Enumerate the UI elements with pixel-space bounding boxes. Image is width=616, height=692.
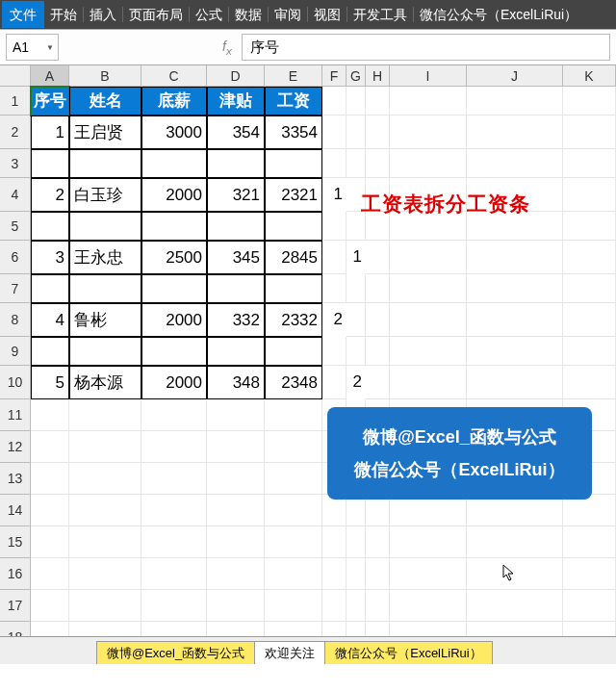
cell[interactable]: [69, 399, 141, 431]
cell[interactable]: [467, 115, 563, 149]
cell[interactable]: [265, 274, 322, 303]
cell[interactable]: [322, 337, 346, 366]
cell[interactable]: 5: [31, 366, 69, 399]
menu-tab[interactable]: 开始: [44, 1, 83, 28]
cell[interactable]: [366, 115, 390, 149]
cell[interactable]: [31, 463, 69, 495]
cell[interactable]: [563, 115, 616, 149]
cell[interactable]: [141, 274, 207, 303]
cell[interactable]: [69, 149, 141, 178]
cell[interactable]: [467, 366, 563, 399]
row-header[interactable]: 16: [0, 558, 31, 590]
column-header[interactable]: D: [207, 65, 265, 87]
cell[interactable]: [69, 212, 141, 241]
cell[interactable]: 321: [207, 178, 265, 212]
cell[interactable]: [322, 366, 346, 399]
cell[interactable]: [467, 303, 563, 337]
cell[interactable]: [467, 149, 563, 178]
cell[interactable]: [322, 241, 346, 274]
cell[interactable]: [563, 212, 616, 241]
cell[interactable]: [563, 149, 616, 178]
cell[interactable]: [322, 149, 346, 178]
cell[interactable]: 工资: [265, 87, 322, 115]
cell[interactable]: 王启贤: [69, 115, 141, 149]
cell[interactable]: [390, 337, 467, 366]
cell[interactable]: [141, 463, 207, 495]
sheet-tab[interactable]: 欢迎关注: [254, 641, 325, 664]
cell[interactable]: [346, 115, 366, 149]
cell[interactable]: [207, 463, 265, 495]
cell[interactable]: [467, 87, 563, 115]
cell[interactable]: 2000: [141, 303, 207, 337]
cell[interactable]: [390, 526, 467, 558]
cell[interactable]: 序号: [31, 87, 69, 115]
cell[interactable]: [467, 590, 563, 622]
cell[interactable]: [31, 337, 69, 366]
cell[interactable]: 鲁彬: [69, 303, 141, 337]
cell[interactable]: [69, 274, 141, 303]
cell[interactable]: [563, 526, 616, 558]
cell[interactable]: [31, 212, 69, 241]
cell[interactable]: [207, 399, 265, 431]
cell[interactable]: [346, 590, 366, 622]
cell[interactable]: [141, 590, 207, 622]
cell[interactable]: [265, 149, 322, 178]
cell[interactable]: [366, 149, 390, 178]
cell[interactable]: [563, 558, 616, 590]
cell[interactable]: 2500: [141, 241, 207, 274]
menu-tab[interactable]: 公式: [190, 1, 228, 28]
cell[interactable]: [346, 303, 366, 337]
cell[interactable]: 2000: [141, 366, 207, 399]
cell[interactable]: [322, 115, 346, 149]
cell[interactable]: 2845: [265, 241, 322, 274]
cell[interactable]: [563, 241, 616, 274]
cell[interactable]: [207, 526, 265, 558]
cell[interactable]: [207, 495, 265, 526]
cell[interactable]: [265, 337, 322, 366]
cell[interactable]: [563, 337, 616, 366]
cell[interactable]: 1: [31, 115, 69, 149]
column-header[interactable]: E: [265, 65, 322, 87]
cell[interactable]: [563, 274, 616, 303]
name-box[interactable]: A1 ▼: [6, 34, 59, 61]
cell[interactable]: [390, 590, 467, 622]
column-header[interactable]: K: [563, 65, 616, 87]
cell[interactable]: [366, 526, 390, 558]
cell[interactable]: [366, 590, 390, 622]
column-header[interactable]: A: [31, 65, 69, 87]
row-header[interactable]: 5: [0, 212, 31, 241]
row-header[interactable]: 14: [0, 495, 31, 526]
cell[interactable]: 3000: [141, 115, 207, 149]
cell[interactable]: 姓名: [69, 87, 141, 115]
cell[interactable]: [141, 212, 207, 241]
cell[interactable]: [265, 431, 322, 463]
row-header[interactable]: 10: [0, 366, 31, 399]
cell[interactable]: [265, 399, 322, 431]
sheet-tab[interactable]: 微博@Excel_函数与公式: [96, 641, 255, 664]
cell[interactable]: 332: [207, 303, 265, 337]
cell[interactable]: [366, 558, 390, 590]
row-header[interactable]: 15: [0, 526, 31, 558]
column-header[interactable]: I: [390, 65, 467, 87]
sheet-tab[interactable]: 微信公众号（ExcelLiRui）: [324, 641, 492, 664]
cell[interactable]: [141, 431, 207, 463]
cell[interactable]: [69, 431, 141, 463]
cell[interactable]: [69, 590, 141, 622]
row-header[interactable]: 17: [0, 590, 31, 622]
cell[interactable]: [322, 212, 346, 241]
cell[interactable]: 2321: [265, 178, 322, 212]
cell[interactable]: 1: [346, 241, 366, 274]
cell[interactable]: 348: [207, 366, 265, 399]
formula-input[interactable]: 序号: [242, 34, 610, 61]
cell[interactable]: [141, 558, 207, 590]
column-header[interactable]: J: [467, 65, 563, 87]
cell[interactable]: 2000: [141, 178, 207, 212]
cell[interactable]: [141, 399, 207, 431]
cell[interactable]: 津贴: [207, 87, 265, 115]
cell[interactable]: [467, 274, 563, 303]
cell[interactable]: [31, 495, 69, 526]
cell[interactable]: [207, 337, 265, 366]
cell[interactable]: 白玉珍: [69, 178, 141, 212]
cell[interactable]: [207, 431, 265, 463]
cell[interactable]: [390, 366, 467, 399]
